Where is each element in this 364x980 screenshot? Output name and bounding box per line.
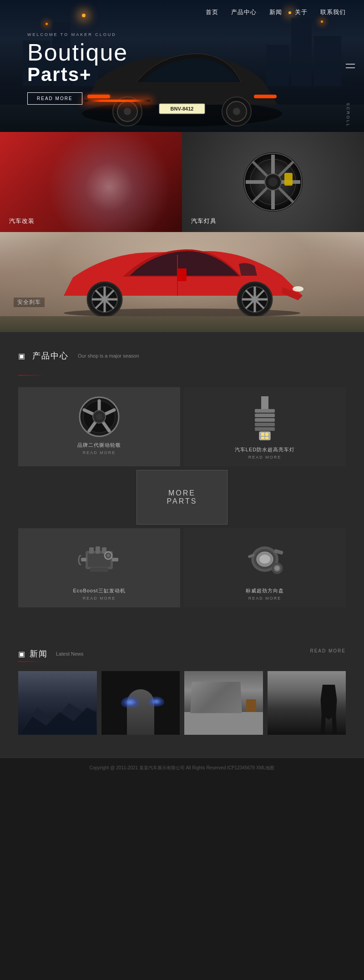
- svg-rect-61: [261, 396, 268, 410]
- svg-rect-79: [90, 567, 108, 572]
- svg-rect-62: [255, 409, 275, 413]
- hero-read-more-button[interactable]: READ MORE: [27, 92, 82, 105]
- face-silhouette: [127, 689, 154, 735]
- svg-rect-66: [255, 427, 275, 431]
- svg-rect-65: [255, 423, 275, 426]
- engine-product-read[interactable]: READ MORE: [83, 596, 116, 601]
- navigation: 首页 产品中心 新闻 关于 联系我们: [0, 0, 364, 25]
- led-product-read[interactable]: READ MORE: [248, 455, 282, 460]
- hero-arrow-top[interactable]: [346, 64, 355, 65]
- product-engine-card[interactable]: EcoBoost三缸发动机 READ MORE: [18, 528, 180, 607]
- svg-text:BNV-8412: BNV-8412: [171, 106, 194, 111]
- engine-svg: [76, 542, 122, 578]
- products-grid: 品牌二代驱动轮毂 READ MORE: [18, 387, 346, 607]
- desk-surface: [184, 712, 263, 735]
- wheel-product-read[interactable]: READ MORE: [83, 450, 116, 455]
- products-title: 产品中心: [32, 350, 69, 361]
- news-title-line: [18, 661, 46, 662]
- glasses-glow-right: [148, 697, 164, 707]
- nav-links: 首页 产品中心 新闻 关于 联系我们: [206, 8, 346, 16]
- news-section: ▣ 新闻 Latest News READ MORE: [0, 630, 364, 758]
- products-row-3: EcoBoost三缸发动机 READ MORE: [18, 528, 346, 607]
- footer: Copyright @ 2011-2021 某某汽车展示有限公司 All Rig…: [0, 758, 364, 778]
- hero-title-parts: Parts+: [27, 64, 128, 85]
- led-product-name: 汽车LED防水超高亮车灯: [235, 446, 295, 453]
- news-icon: ▣: [18, 650, 25, 658]
- svg-marker-92: [19, 707, 96, 735]
- svg-point-59: [96, 414, 102, 420]
- news-sub: Latest News: [56, 651, 84, 657]
- product-foglight-card[interactable]: 标威超劲方向盘 READ MORE: [184, 528, 346, 607]
- product-wheel-card[interactable]: 品牌二代驱动轮毂 READ MORE: [18, 387, 180, 466]
- news-grid: [18, 671, 346, 735]
- product-led-card[interactable]: 汽车LED防水超高亮车灯 READ MORE: [184, 387, 346, 466]
- svg-point-6: [124, 108, 131, 115]
- news-title-block: ▣ 新闻 Latest News: [18, 648, 84, 662]
- building-4: [314, 36, 341, 86]
- svg-rect-74: [89, 547, 94, 554]
- car-lights-panel[interactable]: 汽车灯具: [182, 132, 364, 232]
- foglight-svg: [244, 543, 285, 577]
- news-card-desk[interactable]: [184, 671, 263, 735]
- footer-copyright: Copyright @ 2011-2021 某某汽车展示有限公司 All Rig…: [90, 765, 275, 770]
- svg-point-50: [293, 286, 303, 292]
- products-row-2: MORE PARTS: [18, 470, 346, 525]
- news-card-face[interactable]: [101, 671, 180, 735]
- svg-point-9: [233, 108, 240, 115]
- fullwidth-label: 安全刹车: [14, 298, 45, 307]
- svg-rect-24: [284, 173, 293, 186]
- glasses-glow-left: [121, 697, 139, 708]
- hero-text-block: WELCOME TO MAKER CLOUD Boutique Parts+ R…: [27, 32, 128, 105]
- wheel-spokes-svg: [243, 152, 303, 212]
- hero-nav-arrows: [346, 64, 355, 68]
- nav-home[interactable]: 首页: [206, 8, 218, 16]
- svg-point-23: [268, 177, 278, 187]
- more-parts-card[interactable]: MORE PARTS: [136, 470, 228, 525]
- laptop-display: [190, 682, 242, 713]
- laptop-screen: [190, 682, 242, 713]
- foglight-product-img: [242, 537, 288, 583]
- hero-scroll-text: SCROLL: [346, 103, 350, 127]
- led-svg: [251, 396, 278, 442]
- car-modification-panel[interactable]: 汽车改装: [0, 132, 182, 232]
- news-header: ▣ 新闻 Latest News READ MORE: [18, 648, 346, 662]
- led-product-img: [242, 396, 288, 442]
- mountain-svg: [18, 698, 97, 735]
- nav-products[interactable]: 产品中心: [231, 8, 257, 16]
- engine-product-name: EcoBoost三缸发动机: [73, 587, 125, 594]
- engine-product-img: [76, 537, 122, 583]
- two-col-section: 汽车改装: [0, 132, 364, 232]
- car-modification-label: 汽车改装: [9, 217, 35, 225]
- mountain-img: [18, 671, 97, 735]
- products-icon: ▣: [18, 352, 25, 360]
- svg-rect-69: [265, 433, 268, 436]
- news-read-more[interactable]: READ MORE: [310, 648, 346, 653]
- nav-news[interactable]: 新闻: [269, 8, 282, 16]
- svg-rect-63: [255, 414, 275, 417]
- svg-rect-78: [112, 558, 118, 561]
- svg-rect-3: [254, 95, 277, 98]
- svg-rect-67: [259, 432, 270, 440]
- road: [0, 316, 364, 332]
- svg-rect-68: [261, 433, 264, 436]
- hair-overlay: [101, 671, 180, 689]
- products-header: ▣ 产品中心 Our shop is a major season: [18, 350, 346, 361]
- products-row-1: 品牌二代驱动轮毂 READ MORE: [18, 387, 346, 466]
- svg-rect-77: [81, 558, 86, 561]
- products-title-line: [18, 375, 46, 376]
- wheel-product-name: 品牌二代驱动轮毂: [77, 442, 121, 449]
- face-img: [101, 671, 180, 735]
- hero-arrow-bottom[interactable]: [346, 67, 355, 68]
- coffee-cup: [246, 699, 256, 712]
- svg-rect-75: [96, 546, 100, 554]
- girl-img: [268, 671, 346, 735]
- nav-contact[interactable]: 联系我们: [320, 8, 346, 16]
- nav-about[interactable]: 关于: [295, 8, 308, 16]
- news-card-mountain[interactable]: [18, 671, 97, 735]
- hero-welcome: WELCOME TO MAKER CLOUD: [27, 32, 128, 37]
- foglight-product-read[interactable]: READ MORE: [248, 596, 282, 601]
- hero-title-boutique: Boutique: [27, 40, 128, 64]
- news-title-row: ▣ 新闻 Latest News: [18, 648, 84, 659]
- news-card-girl[interactable]: [268, 671, 346, 735]
- svg-rect-49: [177, 268, 187, 281]
